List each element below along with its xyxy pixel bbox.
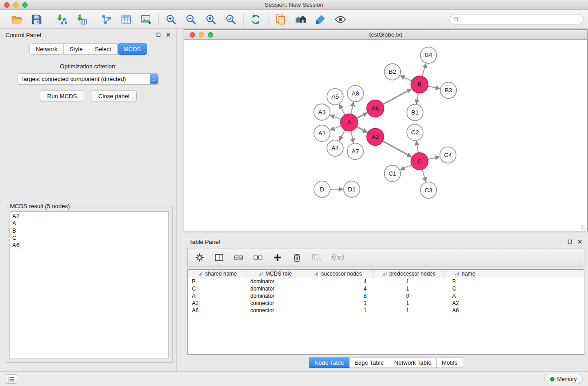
cell[interactable]: 1 <box>373 285 445 292</box>
zoom-fit-icon[interactable] <box>225 13 237 26</box>
graph-edge-A-A4[interactable] <box>339 130 345 140</box>
close-panel-icon[interactable] <box>166 32 171 38</box>
minimize-network-window-button[interactable] <box>199 32 204 38</box>
minimize-window-button[interactable] <box>13 2 19 8</box>
cell[interactable]: 1 <box>373 300 445 307</box>
cell[interactable]: 1 <box>373 307 445 314</box>
criterion-dropdown[interactable]: largest connected component (directed) ▲… <box>18 73 159 85</box>
mcds-result-item[interactable]: A <box>12 220 166 227</box>
tab-style[interactable]: Style <box>64 43 89 55</box>
mcds-result-item[interactable]: C <box>12 234 166 242</box>
column-header-successor-nodes[interactable]: successor nodes <box>303 270 373 278</box>
home-icon[interactable] <box>294 13 307 26</box>
cell[interactable]: dominator <box>248 285 303 292</box>
cell[interactable]: C <box>445 285 486 292</box>
tab-node-table[interactable]: Node Table <box>309 357 349 368</box>
graph-edge-A-A2[interactable] <box>357 127 367 133</box>
style-brush-icon[interactable] <box>314 13 327 26</box>
column-header-shared-name[interactable]: shared name <box>188 270 248 278</box>
cell[interactable]: dominator <box>248 278 303 285</box>
table-row[interactable]: Adominator80A <box>188 292 584 300</box>
cell[interactable]: 1 <box>373 278 445 285</box>
search-field[interactable] <box>449 14 583 24</box>
cell[interactable]: 8 <box>303 292 373 300</box>
tab-mcds[interactable]: MCDS <box>118 43 147 55</box>
network-graph[interactable]: B4B2BB3A5A8A6B1A3AC2A1A2A4A7C4CC1C3DD1 <box>184 40 587 231</box>
graph-node-B2[interactable]: B2 <box>384 64 401 80</box>
task-history-button[interactable] <box>5 374 17 384</box>
cell[interactable]: B <box>188 278 248 285</box>
graph-edge-A2-C[interactable] <box>383 141 411 157</box>
import-table-icon[interactable] <box>75 13 88 26</box>
refresh-layout-icon[interactable] <box>249 13 262 26</box>
cell[interactable]: A <box>188 292 248 300</box>
tab-select[interactable]: Select <box>89 43 118 55</box>
cell[interactable]: A6 <box>188 307 248 314</box>
graph-edge-A6-B[interactable] <box>383 89 411 105</box>
graph-node-C3[interactable]: C3 <box>421 182 437 198</box>
save-session-icon[interactable] <box>30 13 43 26</box>
tab-network-table[interactable]: Network Table <box>389 357 437 368</box>
graph-edge-A-A3[interactable] <box>330 115 341 119</box>
graph-edge-A-A7[interactable] <box>351 131 354 143</box>
cell[interactable]: 1 <box>303 300 373 307</box>
mcds-result-item[interactable]: A2 <box>12 213 166 220</box>
graph-edge-C-C3[interactable] <box>422 169 425 181</box>
close-network-window-button[interactable] <box>190 32 195 38</box>
network-canvas[interactable]: B4B2BB3A5A8A6B1A3AC2A1A2A4A7C4CC1C3DD1 <box>184 40 587 231</box>
graph-node-C[interactable]: C <box>411 152 428 170</box>
select-all-icon[interactable] <box>233 252 244 263</box>
graph-node-A5[interactable]: A5 <box>327 89 343 105</box>
close-window-button[interactable] <box>4 2 10 8</box>
tab-motifs[interactable]: Motifs <box>437 357 463 368</box>
table-row[interactable]: A2connector11A2 <box>188 300 584 307</box>
resize-grip-icon[interactable] <box>581 225 587 230</box>
snapshot-icon[interactable] <box>274 13 287 26</box>
export-image-icon[interactable] <box>140 13 153 26</box>
cell[interactable]: A2 <box>445 300 486 307</box>
graph-node-C2[interactable]: C2 <box>407 124 423 141</box>
graph-node-C4[interactable]: C4 <box>440 147 456 163</box>
graph-node-A3[interactable]: A3 <box>314 104 330 120</box>
zoom-window-button[interactable] <box>22 2 28 8</box>
graph-edge-B-B3[interactable] <box>428 86 440 89</box>
graph-node-D[interactable]: D <box>314 181 330 197</box>
add-row-icon[interactable] <box>272 252 283 263</box>
table-row[interactable]: Cdominator41C <box>188 285 584 292</box>
open-session-icon[interactable] <box>10 13 23 26</box>
graph-node-A4[interactable]: A4 <box>327 140 343 156</box>
close-table-panel-icon[interactable] <box>577 239 583 244</box>
graph-node-A6[interactable]: A6 <box>367 100 384 117</box>
zoom-out-icon[interactable] <box>185 13 197 26</box>
zoom-network-window-button[interactable] <box>208 32 213 38</box>
graph-node-B4[interactable]: B4 <box>421 47 437 63</box>
graph-node-B1[interactable]: B1 <box>407 105 423 121</box>
show-hide-icon[interactable] <box>334 13 347 26</box>
graph-edge-A-A6[interactable] <box>357 113 367 119</box>
graph-node-A[interactable]: A <box>340 114 358 131</box>
cell[interactable]: 0 <box>373 292 445 300</box>
graph-edge-C-C1[interactable] <box>401 165 411 170</box>
gear-icon[interactable] <box>194 252 205 263</box>
graph-node-A8[interactable]: A8 <box>347 86 363 102</box>
column-header-predecessor-nodes[interactable]: predecessor nodes <box>373 270 445 278</box>
new-network-icon[interactable] <box>100 13 113 26</box>
columns-icon[interactable] <box>214 252 225 263</box>
zoom-in-icon[interactable] <box>165 13 177 26</box>
cell[interactable]: connector <box>248 300 303 307</box>
mcds-result-list[interactable]: A2ABCA6 <box>10 211 169 358</box>
graph-edge-A-A8[interactable] <box>351 102 354 114</box>
graph-edge-B-B1[interactable] <box>416 93 418 104</box>
graph-edge-C-C2[interactable] <box>416 141 418 152</box>
cell[interactable]: B <box>445 278 486 285</box>
import-network-icon[interactable] <box>55 13 68 26</box>
unselect-all-icon[interactable] <box>253 252 263 263</box>
cell[interactable]: 1 <box>303 307 373 314</box>
graph-edge-B-B4[interactable] <box>422 64 425 76</box>
cell[interactable]: C <box>188 285 248 292</box>
memory-button[interactable]: Memory <box>544 374 583 384</box>
table-row[interactable]: A6connector11A6 <box>188 307 584 314</box>
graph-edge-B-B2[interactable] <box>401 76 412 81</box>
graph-node-B3[interactable]: B3 <box>440 82 457 99</box>
graph-node-C1[interactable]: C1 <box>384 165 401 181</box>
